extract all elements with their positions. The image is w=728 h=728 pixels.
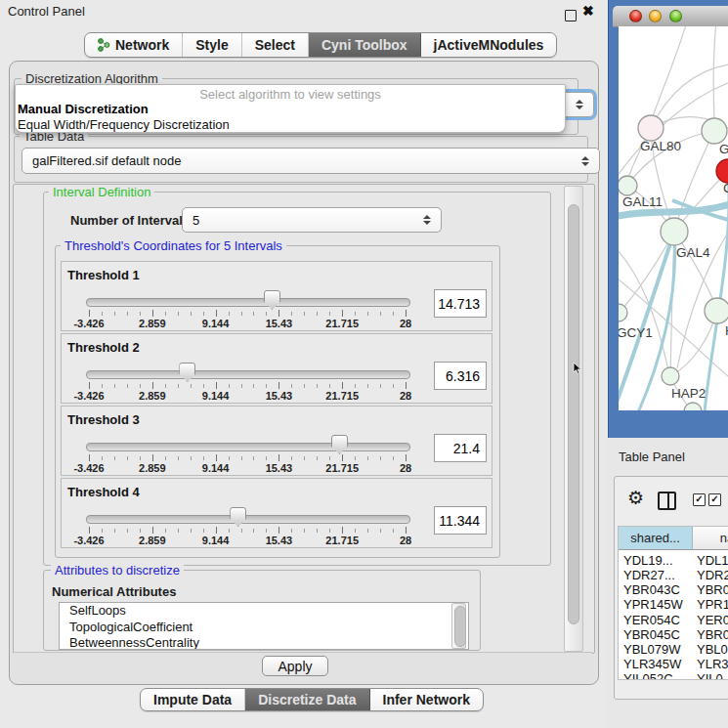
threshold-2-label: Threshold 2 [67, 340, 140, 355]
tick [380, 312, 381, 316]
tab-style[interactable]: Style [183, 33, 241, 57]
tick [342, 454, 343, 461]
tick [89, 454, 90, 461]
list-item[interactable]: TopologicalCoefficient [60, 620, 468, 636]
list-item[interactable]: BetweennessCentrality [60, 635, 468, 650]
tick-label: 2.859 [139, 535, 166, 546]
tab-infer-network[interactable]: Infer Network [370, 689, 483, 710]
settings-panel-scrollbar[interactable] [564, 186, 583, 652]
control-panel-tabbar: Network Style Select Cyni Toolbox jActiv… [84, 32, 557, 58]
tick-label: 15.43 [266, 318, 293, 329]
gear-icon[interactable]: ⚙ [627, 487, 644, 509]
table-row[interactable]: YBR045CYBR0 [619, 627, 728, 642]
threshold-4-slider-thumb[interactable] [230, 507, 246, 527]
numerical-attributes-label: Numerical Attributes [52, 584, 176, 599]
tick [191, 529, 192, 533]
tick-label: 28 [400, 535, 411, 546]
tab-jactivemnodules[interactable]: jActiveMNodules [421, 33, 557, 57]
tick-label: 28 [400, 318, 411, 329]
network-canvas[interactable]: GAL80 GA C GAL11 GAL4 GCY1 H HAP2 [619, 26, 728, 410]
float-window-icon[interactable] [565, 10, 577, 21]
slider-ticks [89, 527, 407, 535]
column-header-name[interactable]: na [693, 527, 728, 550]
tick [89, 382, 90, 389]
table-data-combobox[interactable]: galFiltered.sif default node [21, 148, 600, 174]
threshold-1-value-field[interactable] [434, 289, 487, 318]
threshold-1-slider-track[interactable] [86, 298, 410, 307]
table-row[interactable]: YER054CYER0 [619, 613, 728, 627]
algorithm-option-manual[interactable]: Manual Discretization [18, 102, 149, 116]
node-gcy1[interactable] [619, 304, 627, 321]
tick [355, 456, 356, 460]
columns-icon[interactable] [658, 492, 676, 510]
threshold-4-label: Threshold 4 [67, 485, 140, 499]
tick [178, 384, 179, 388]
algorithm-dropdown-popup: Select algorithm to view settings Manual… [15, 84, 566, 133]
node-gal80[interactable] [638, 115, 664, 141]
tick [393, 384, 394, 388]
tick [291, 312, 292, 316]
bottom-tabbar: Impute Data Discretize Data Infer Networ… [140, 688, 484, 711]
threshold-2-value-field[interactable] [434, 362, 487, 390]
tick [178, 456, 179, 460]
algorithm-option-equal-width[interactable]: Equal Width/Frequency Discretization [18, 117, 230, 132]
node-label: GAL80 [640, 139, 681, 153]
node-label: C [723, 181, 728, 195]
tab-discretize-data[interactable]: Discretize Data [245, 689, 369, 710]
number-of-intervals-combobox[interactable]: 5 [182, 207, 442, 233]
list-item[interactable]: SelfLoops [60, 603, 468, 620]
threshold-3-value-field[interactable] [434, 434, 487, 462]
tick [393, 529, 394, 533]
tab-jactivemnodules-label: jActiveMNodules [434, 37, 544, 53]
threshold-2-slider-thumb[interactable] [179, 363, 195, 382]
checkbox-icon[interactable]: ✓ [708, 493, 721, 506]
close-icon[interactable]: ✖ [582, 3, 594, 19]
threshold-4-value-field[interactable] [434, 506, 487, 535]
table-row[interactable]: YDL19...YDL1 [619, 553, 728, 568]
tick [152, 454, 153, 461]
tick [203, 456, 204, 460]
tab-network[interactable]: Network [85, 33, 183, 57]
zoom-traffic-light-icon[interactable] [669, 10, 682, 22]
table-horizontal-scrollbar[interactable] [619, 679, 728, 680]
close-traffic-light-icon[interactable] [629, 10, 642, 22]
table-row[interactable]: YBR043CYBR0 [619, 582, 728, 597]
network-window-titlebar[interactable] [613, 6, 728, 27]
node-table: shared... na YDL19...YDL1 YDR27...YDR2 Y… [618, 526, 728, 680]
checkbox-icon[interactable]: ✓ [693, 493, 706, 506]
tick [291, 456, 292, 460]
node-label: HAP2 [671, 386, 706, 401]
minimize-traffic-light-icon[interactable] [649, 10, 662, 22]
node-gal4[interactable] [661, 218, 688, 245]
attributes-list-scrollbar[interactable] [451, 603, 466, 649]
threshold-3-slider-track[interactable] [86, 443, 410, 451]
tick [127, 312, 128, 316]
node-red-selected[interactable] [716, 159, 728, 183]
apply-button[interactable]: Apply [262, 656, 328, 676]
tick [127, 456, 128, 460]
tab-cyni-toolbox[interactable]: Cyni Toolbox [309, 33, 421, 57]
node-right-h[interactable] [705, 298, 728, 323]
mouse-cursor [573, 362, 582, 378]
node-label: GA [719, 142, 728, 156]
tick [165, 384, 166, 388]
node-hap2[interactable] [662, 367, 679, 385]
node-top-right[interactable] [702, 118, 727, 144]
tick [127, 529, 128, 533]
tab-impute-data[interactable]: Impute Data [141, 689, 245, 710]
threshold-2-slider-track[interactable] [86, 370, 410, 379]
table-row[interactable]: YPR145WYPR1 [619, 597, 728, 612]
tick [152, 527, 153, 534]
tick-label: -3.426 [73, 535, 104, 546]
number-of-intervals-value: 5 [193, 213, 423, 228]
tick [367, 529, 368, 533]
table-row[interactable]: YDR27...YDR2 [619, 568, 728, 582]
tab-select[interactable]: Select [242, 33, 309, 57]
column-header-shared-name[interactable]: shared... [619, 527, 693, 550]
threshold-4-slider-track[interactable] [86, 515, 410, 524]
threshold-3-slider-thumb[interactable] [331, 435, 348, 454]
threshold-1-slider-thumb[interactable] [264, 290, 280, 310]
table-row[interactable]: YLR345WYLR3 [619, 657, 728, 671]
table-row[interactable]: YBL079WYBL0 [619, 642, 728, 657]
node-gal11[interactable] [619, 176, 637, 195]
